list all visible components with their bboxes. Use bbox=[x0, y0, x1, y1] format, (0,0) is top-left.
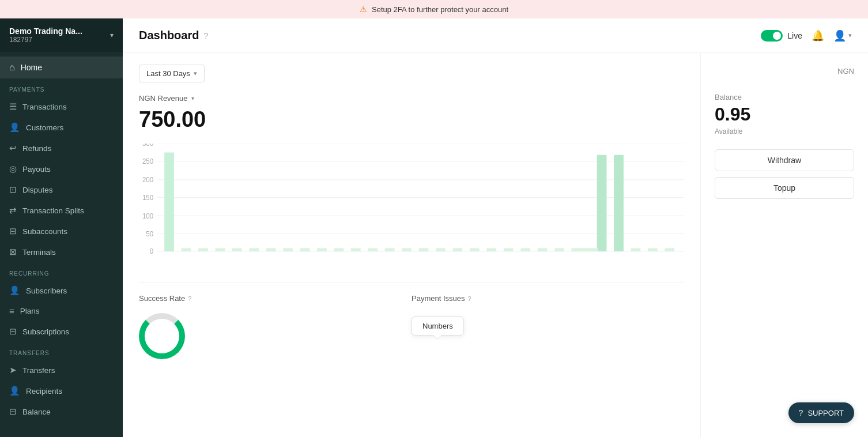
available-label: Available bbox=[715, 127, 854, 135]
currency-label: NGN bbox=[715, 67, 854, 76]
svg-rect-38 bbox=[538, 248, 548, 252]
sidebar-item-label: Terminals bbox=[22, 248, 56, 257]
success-rate-help-icon[interactable]: ? bbox=[188, 295, 191, 302]
svg-rect-45 bbox=[665, 248, 674, 252]
sidebar-item-subscribers[interactable]: 👤 Subscribers bbox=[0, 280, 123, 301]
support-help-icon: ? bbox=[799, 408, 803, 417]
alert-banner: ⚠ Setup 2FA to further protect your acco… bbox=[0, 0, 868, 18]
svg-rect-44 bbox=[648, 248, 658, 252]
sidebar-item-refunds[interactable]: ↩ Refunds bbox=[0, 138, 123, 159]
svg-rect-27 bbox=[351, 248, 361, 252]
subaccounts-icon: ⊟ bbox=[9, 226, 17, 236]
sidebar-item-label: Transactions bbox=[22, 103, 67, 111]
home-icon: ⌂ bbox=[9, 62, 15, 73]
svg-rect-39 bbox=[554, 248, 564, 252]
sidebar-item-label: Plans bbox=[20, 307, 40, 315]
svg-text:100: 100 bbox=[142, 212, 154, 220]
notifications-icon[interactable]: 🔔 bbox=[812, 29, 824, 42]
svg-rect-22 bbox=[266, 248, 276, 252]
sidebar-item-customers[interactable]: 👤 Customers bbox=[0, 117, 123, 138]
sidebar-item-payouts[interactable]: ◎ Payouts bbox=[0, 159, 123, 179]
splits-icon: ⇄ bbox=[9, 205, 17, 216]
chart-section: Last 30 Days ▾ NGN Revenue ▾ 750.00 bbox=[123, 53, 701, 437]
date-filter[interactable]: Last 30 Days ▾ bbox=[139, 65, 205, 82]
numbers-tooltip[interactable]: Numbers bbox=[412, 317, 464, 336]
sidebar-item-recipients[interactable]: 👤 Recipients bbox=[0, 381, 123, 401]
sidebar-item-label: Disputes bbox=[22, 186, 53, 194]
svg-rect-28 bbox=[368, 248, 378, 252]
transfers-icon: ➤ bbox=[9, 365, 17, 375]
sidebar-item-disputes[interactable]: ⊡ Disputes bbox=[0, 179, 123, 200]
home-label: Home bbox=[21, 63, 42, 72]
svg-rect-42 bbox=[588, 248, 598, 252]
sidebar-nav: ⌂ Home PAYMENTS ☰ Transactions 👤 Custome… bbox=[0, 52, 123, 437]
sidebar-item-label: Refunds bbox=[22, 144, 51, 153]
svg-text:250: 250 bbox=[142, 157, 154, 165]
main-content: Dashboard ? Live 🔔 👤 ▾ bbox=[123, 18, 868, 437]
balance-amount: 0.95 bbox=[715, 104, 854, 125]
svg-rect-30 bbox=[402, 248, 412, 252]
recipients-icon: 👤 bbox=[9, 386, 20, 396]
sidebar-item-audit-logs[interactable]: 👁 Audit Logs bbox=[0, 431, 123, 437]
sidebar-item-label: Transfers bbox=[22, 366, 55, 375]
revenue-selector[interactable]: NGN Revenue ▾ bbox=[139, 94, 684, 103]
disputes-icon: ⊡ bbox=[9, 184, 17, 195]
sidebar-item-subscriptions[interactable]: ⊟ Subscriptions bbox=[0, 321, 123, 342]
success-rate-block: Success Rate ? bbox=[139, 294, 412, 361]
success-rate-label: Success Rate bbox=[139, 294, 185, 303]
svg-rect-37 bbox=[520, 248, 530, 252]
filter-row: Last 30 Days ▾ bbox=[139, 65, 684, 82]
sidebar-item-label: Recipients bbox=[26, 387, 62, 395]
live-toggle[interactable] bbox=[761, 30, 783, 42]
recurring-section-label: RECURRING bbox=[0, 262, 123, 280]
company-selector[interactable]: Demo Trading Na... 182797 ▾ bbox=[0, 18, 123, 52]
support-button[interactable]: ? SUPPORT bbox=[788, 402, 854, 423]
sidebar-item-label: Customers bbox=[26, 123, 63, 132]
help-icon[interactable]: ? bbox=[203, 31, 208, 40]
sidebar-item-transfers[interactable]: ➤ Transfers bbox=[0, 360, 123, 381]
bottom-stats: Success Rate ? Payment Issues ? bbox=[139, 282, 684, 361]
company-id: 182797 bbox=[9, 36, 82, 44]
chart-svg: 300 250 200 150 100 50 0 bbox=[139, 144, 684, 270]
svg-rect-24 bbox=[300, 248, 310, 252]
live-badge: Live bbox=[761, 30, 802, 42]
customers-icon: 👤 bbox=[9, 122, 20, 133]
svg-rect-21 bbox=[249, 248, 259, 252]
sidebar-item-terminals[interactable]: ⊠ Terminals bbox=[0, 242, 123, 262]
svg-rect-25 bbox=[317, 248, 327, 252]
user-menu[interactable]: 👤 ▾ bbox=[833, 29, 852, 42]
svg-rect-17 bbox=[182, 248, 191, 252]
sidebar-item-balance[interactable]: ⊟ Balance bbox=[0, 401, 123, 422]
svg-text:300: 300 bbox=[142, 144, 154, 148]
warning-icon: ⚠ bbox=[360, 5, 367, 14]
sidebar-item-subaccounts[interactable]: ⊟ Subaccounts bbox=[0, 221, 123, 242]
svg-rect-18 bbox=[198, 248, 208, 252]
live-label: Live bbox=[787, 31, 802, 40]
svg-rect-41 bbox=[580, 248, 590, 252]
donut-chart bbox=[139, 313, 185, 359]
svg-rect-31 bbox=[419, 248, 429, 252]
svg-rect-43 bbox=[631, 248, 641, 252]
svg-text:50: 50 bbox=[146, 229, 153, 238]
topup-button[interactable]: Topup bbox=[715, 177, 854, 199]
sidebar-item-label: Payouts bbox=[22, 165, 51, 174]
sidebar-item-plans[interactable]: ≡ Plans bbox=[0, 301, 123, 321]
revenue-value: 750.00 bbox=[139, 107, 684, 132]
svg-rect-35 bbox=[486, 248, 496, 252]
sidebar-item-home[interactable]: ⌂ Home bbox=[0, 56, 123, 78]
subscribers-icon: 👤 bbox=[9, 285, 20, 296]
payment-issues-help-icon[interactable]: ? bbox=[468, 295, 471, 302]
refunds-icon: ↩ bbox=[9, 143, 17, 153]
revenue-label: NGN Revenue bbox=[139, 94, 188, 103]
user-icon: 👤 bbox=[833, 29, 846, 42]
withdraw-button[interactable]: Withdraw bbox=[715, 149, 854, 171]
svg-rect-14 bbox=[164, 152, 174, 251]
svg-rect-16 bbox=[614, 155, 624, 251]
transfers-section-label: TRANSFERS bbox=[0, 342, 123, 360]
sidebar-item-transaction-splits[interactable]: ⇄ Transaction Splits bbox=[0, 200, 123, 221]
svg-rect-33 bbox=[452, 248, 462, 252]
svg-rect-15 bbox=[597, 155, 607, 251]
svg-rect-29 bbox=[385, 248, 395, 252]
sidebar-item-label: Subscriptions bbox=[22, 327, 69, 336]
sidebar-item-transactions[interactable]: ☰ Transactions bbox=[0, 96, 123, 117]
